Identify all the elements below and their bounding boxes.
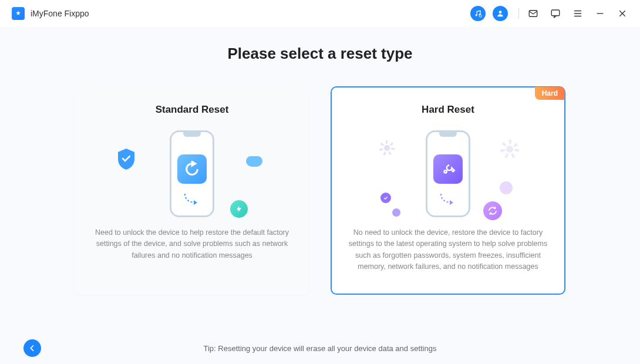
- arrow-left-icon: [28, 343, 37, 353]
- arrow-swirl-icon: [182, 191, 206, 208]
- shield-icon: [116, 147, 137, 171]
- minimize-icon[interactable]: [594, 8, 606, 19]
- menu-icon[interactable]: [572, 8, 584, 19]
- refresh-app-icon: [177, 154, 207, 184]
- bolt-badge-icon: [230, 200, 248, 218]
- dot-icon: [500, 181, 513, 194]
- svg-point-0: [476, 14, 477, 16]
- svg-rect-5: [551, 10, 560, 16]
- titlebar-divider: [518, 8, 519, 19]
- svg-point-2: [479, 15, 481, 17]
- sync-badge-icon: [483, 201, 502, 220]
- cloud-icon: [246, 156, 262, 167]
- app-name: iMyFone Fixppo: [31, 9, 89, 18]
- back-button[interactable]: [23, 339, 41, 357]
- titlebar-left: iMyFone Fixppo: [12, 7, 89, 20]
- svg-point-13: [384, 145, 390, 151]
- card-hard-badge: Hard: [535, 87, 565, 100]
- close-icon[interactable]: [617, 8, 628, 19]
- arrow-swirl-icon: [438, 191, 462, 208]
- feedback-icon[interactable]: [550, 8, 561, 19]
- card-standard-reset[interactable]: Standard Reset Need to unlock the device…: [75, 86, 309, 295]
- mail-icon[interactable]: [527, 8, 539, 19]
- card-standard-desc: Need to unlock the device to help restor…: [92, 227, 292, 261]
- svg-point-15: [506, 146, 513, 153]
- card-hard-reset[interactable]: Hard Hard Reset: [331, 86, 565, 295]
- phone-illustration: [426, 130, 470, 217]
- music-search-icon[interactable]: [470, 6, 486, 21]
- card-standard-illustration: [92, 124, 292, 224]
- titlebar-icon-group-right: [527, 8, 628, 19]
- titlebar: iMyFone Fixppo: [0, 0, 640, 27]
- svg-point-3: [499, 11, 502, 14]
- dot-icon: [392, 208, 400, 217]
- gear-icon: [495, 134, 524, 164]
- titlebar-right: [470, 6, 628, 21]
- content-area: Please select a reset type Standard Rese…: [0, 27, 640, 332]
- card-hard-desc: No need to unlock the device, restore th…: [348, 227, 548, 273]
- card-hard-illustration: [348, 124, 548, 224]
- page-title: Please select a reset type: [35, 45, 605, 63]
- svg-point-16: [444, 170, 447, 173]
- gear-icon: [375, 136, 399, 160]
- titlebar-icon-group-left: [470, 6, 508, 21]
- app-logo: [12, 7, 25, 20]
- wrench-app-icon: [433, 154, 463, 184]
- check-badge-icon: [380, 193, 391, 203]
- footer-bar: Tip: Resetting your device will erase al…: [0, 332, 640, 364]
- footer-tip: Tip: Resetting your device will erase al…: [23, 344, 617, 353]
- account-icon[interactable]: [493, 6, 508, 21]
- phone-illustration: [170, 130, 214, 217]
- card-hard-title: Hard Reset: [348, 104, 548, 116]
- card-standard-title: Standard Reset: [92, 104, 292, 116]
- cards-container: Standard Reset Need to unlock the device…: [35, 86, 605, 295]
